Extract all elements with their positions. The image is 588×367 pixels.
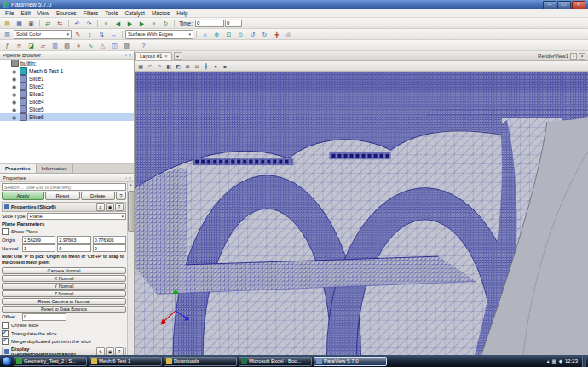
search-input[interactable] xyxy=(2,183,126,191)
vcr-last-frame-icon[interactable]: » xyxy=(148,18,159,28)
normal-x-input[interactable] xyxy=(22,244,55,252)
delete-button[interactable]: Delete xyxy=(81,192,115,200)
capture-screenshot-icon[interactable]: ▣ xyxy=(26,18,37,28)
select-points-on-icon[interactable]: ◩ xyxy=(174,62,182,70)
zoom-to-data-icon[interactable]: ⊕ xyxy=(211,29,222,39)
edit-display-icon[interactable]: ✎ xyxy=(96,347,105,355)
vcr-loop-icon[interactable]: ↻ xyxy=(160,18,171,28)
pipeline-item-builtin[interactable]: builtin: xyxy=(0,60,134,67)
close-dock-icon[interactable]: × xyxy=(129,53,131,58)
reset-button[interactable]: Reset xyxy=(45,192,79,200)
menu-view[interactable]: View xyxy=(34,10,53,16)
origin-x-input[interactable] xyxy=(22,236,55,244)
close-dock-icon[interactable]: × xyxy=(129,175,131,181)
show-plane-row[interactable]: Show Plane xyxy=(2,228,126,235)
threshold-filter-icon[interactable]: ▥ xyxy=(49,40,61,50)
z-normal-button[interactable]: Z Normal xyxy=(2,290,126,297)
rescale-to-data-range-icon[interactable]: ↕ xyxy=(84,29,95,39)
checkbox-icon[interactable] xyxy=(2,338,9,345)
menu-catalyst[interactable]: Catalyst xyxy=(121,10,147,16)
render-viewport[interactable] xyxy=(135,72,588,355)
apply-button[interactable]: Apply xyxy=(2,192,44,200)
undock-icon[interactable]: ▫ xyxy=(125,175,127,181)
properties-section-header[interactable]: Properties (Slice6) ≡ ▣ ? xyxy=(2,202,126,212)
close-view-icon[interactable]: × xyxy=(579,53,585,60)
pipeline-item-mesh-6-test-1[interactable]: ◉Mesh 6 Test 1 xyxy=(0,67,134,75)
taskbar-button-geometry-test-2-s[interactable]: Geometry_Test_2 | S... xyxy=(14,357,87,366)
menu-filters[interactable]: Filters xyxy=(80,10,102,16)
pipeline-item-slice2[interactable]: ◉Slice2 xyxy=(0,83,134,90)
representation-toolbar-select[interactable]: Surface With Edges ▾ xyxy=(125,30,193,39)
origin-y-input[interactable] xyxy=(57,236,90,244)
tray-expand-icon[interactable]: ▴ xyxy=(547,358,550,364)
menu-tools[interactable]: Tools xyxy=(101,10,121,16)
extract-subset-filter-icon[interactable]: ▧ xyxy=(61,40,72,50)
copy-properties-icon[interactable]: ≡ xyxy=(96,203,105,211)
pipeline-item-slice1[interactable]: ◉Slice1 xyxy=(0,75,134,83)
interactive-select-points-icon[interactable]: ● xyxy=(211,62,220,70)
scrollbar-thumb[interactable] xyxy=(128,191,134,232)
camera-normal-button[interactable]: Camera Normal xyxy=(2,267,126,274)
menu-sources[interactable]: Sources xyxy=(53,10,80,16)
show-desktop-button[interactable] xyxy=(582,355,586,367)
view-capture-icon[interactable]: ▦ xyxy=(136,62,145,70)
filters-help-icon[interactable]: ? xyxy=(138,40,149,50)
visibility-eye-icon[interactable]: ◉ xyxy=(10,114,18,120)
vcr-first-frame-icon[interactable]: « xyxy=(101,18,112,28)
normal-z-input[interactable] xyxy=(93,244,126,252)
show-plane-checkbox[interactable] xyxy=(2,228,9,235)
undo-icon[interactable]: ↶ xyxy=(72,18,83,28)
pipeline-item-slice6[interactable]: ◉Slice6 xyxy=(0,113,134,121)
menu-macros[interactable]: Macros xyxy=(148,10,173,16)
taskbar-button-paraview-5-7-0[interactable]: ParaView 5.7.0 xyxy=(314,357,387,366)
open-file-icon[interactable]: ▤ xyxy=(2,18,13,28)
properties-scrollbar[interactable]: ▲ xyxy=(127,182,134,355)
stream-tracer-filter-icon[interactable]: ∿ xyxy=(85,40,96,50)
offset-input[interactable] xyxy=(22,313,66,321)
undock-icon[interactable]: ▫ xyxy=(125,53,127,58)
menu-file[interactable]: File xyxy=(2,10,17,16)
slice-type-select[interactable]: Plane ▾ xyxy=(27,213,126,220)
title-bar[interactable]: ParaView 5.7.0 – □ × xyxy=(0,0,588,9)
hover-cells-icon[interactable]: ■ xyxy=(221,62,229,70)
vcr-next-frame-icon[interactable]: ▶ xyxy=(136,18,147,28)
save-state-icon[interactable]: ▦ xyxy=(14,18,25,28)
split-view-icon[interactable]: ▫ xyxy=(570,53,577,60)
taskbar-button-microsoft-excel-boo[interactable]: Microsoft Excel - Boo... xyxy=(239,357,312,366)
clip-filter-icon[interactable]: ◪ xyxy=(26,40,37,50)
visibility-eye-icon[interactable]: ◉ xyxy=(10,83,18,89)
checkbox-row-merge-duplicated-points-in-the-slice[interactable]: Merge duplicated points in the slice xyxy=(2,338,126,345)
time-value-input[interactable] xyxy=(195,20,224,27)
set-view-direction-icon[interactable]: ╋ xyxy=(271,29,282,39)
zoom-to-box-icon[interactable]: ⊡ xyxy=(223,29,234,39)
vcr-previous-frame-icon[interactable]: ◀ xyxy=(112,18,124,28)
checkbox-icon[interactable] xyxy=(2,330,9,337)
select-cells-through-icon[interactable]: ⊞ xyxy=(183,62,192,70)
new-layout-tab-button[interactable]: + xyxy=(174,52,182,60)
select-points-through-icon[interactable]: ⊡ xyxy=(193,62,201,70)
clock[interactable]: 12:23 xyxy=(565,358,578,364)
color-legend-icon[interactable]: ▥ xyxy=(2,29,13,39)
x-normal-button[interactable]: X Normal xyxy=(2,275,126,282)
time-index-input[interactable] xyxy=(225,20,242,27)
color-by-select[interactable]: Solid Color ▾ xyxy=(14,30,72,39)
reset-to-data-bounds-button[interactable]: Reset to Data Bounds xyxy=(2,306,126,313)
edit-color-map-icon[interactable]: ✎ xyxy=(72,29,84,39)
checkbox-icon[interactable] xyxy=(2,322,9,329)
display-section-header[interactable]: Display (GeometryRepresentation) ✎ ▣ ? xyxy=(2,347,126,355)
pipeline-item-slice4[interactable]: ◉Slice4 xyxy=(0,98,134,106)
layout-tab[interactable]: Layout #1 × xyxy=(135,52,172,60)
vcr-play-icon[interactable]: ▶ xyxy=(124,18,135,28)
y-normal-button[interactable]: Y Normal xyxy=(2,283,126,290)
visibility-eye-icon[interactable]: ◉ xyxy=(10,76,18,82)
tab-properties[interactable]: Properties xyxy=(0,164,37,173)
pipeline-item-slice5[interactable]: ◉Slice5 xyxy=(0,106,134,113)
volume-icon[interactable]: ◆ xyxy=(559,358,562,364)
slice-filter-icon[interactable]: ▱ xyxy=(37,40,49,50)
extract-level-filter-icon[interactable]: ▨ xyxy=(121,40,132,50)
visibility-eye-icon[interactable]: ◉ xyxy=(10,68,18,74)
center-axes-visibility-icon[interactable]: ◎ xyxy=(283,29,294,39)
rescale-to-visible-range-icon[interactable]: ↔ xyxy=(108,29,119,39)
maximize-button[interactable]: □ xyxy=(557,1,571,9)
panel-help-button[interactable]: ? xyxy=(116,192,126,200)
